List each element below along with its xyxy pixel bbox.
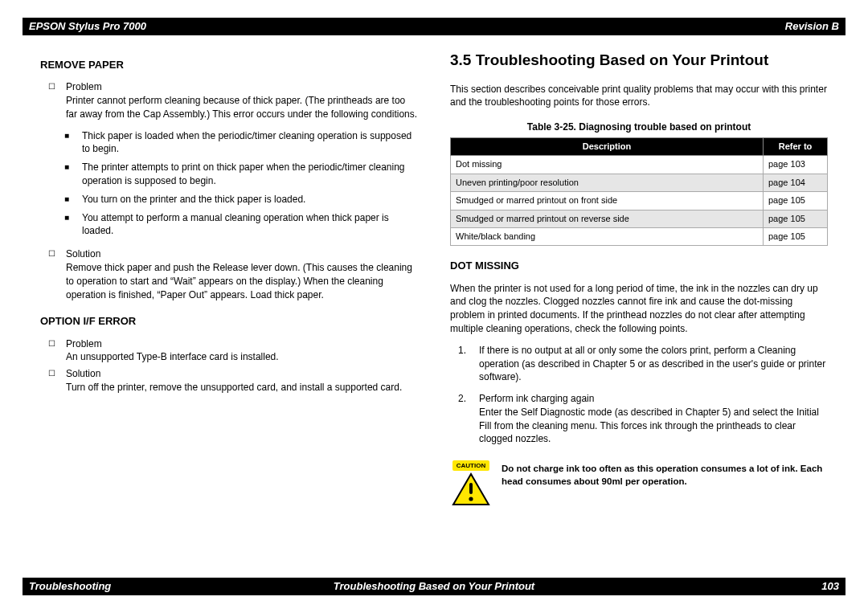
option-if-solution: ☐ Solution Turn off the printer, remove … xyxy=(48,367,418,394)
warning-triangle-icon xyxy=(452,472,490,506)
dot-missing-text: When the printer is not used for a long … xyxy=(450,282,828,336)
caution-text: Do not charge ink too often as this oper… xyxy=(502,460,828,506)
list-item: ■ You attempt to perform a manual cleani… xyxy=(64,211,418,239)
cell-ref: page 105 xyxy=(764,227,828,245)
cell-desc: Dot missing xyxy=(451,156,764,174)
cell-desc: White/black banding xyxy=(451,227,764,245)
right-column: 3.5 Troubleshooting Based on Your Printo… xyxy=(450,45,828,568)
caution-icon: CAUTION xyxy=(450,460,492,506)
table-row: Uneven printing/poor resolution page 104 xyxy=(451,174,828,191)
remove-paper-title: REMOVE PAPER xyxy=(40,58,418,72)
header-left: EPSON Stylus Pro 7000 xyxy=(29,19,146,34)
problem-label: Problem xyxy=(66,337,418,351)
cell-ref: page 105 xyxy=(764,210,828,227)
footer-left: Troubleshooting xyxy=(29,579,111,594)
diagnosing-table: Description Refer to Dot missing page 10… xyxy=(450,137,828,246)
header-bar: EPSON Stylus Pro 7000 Revision B xyxy=(23,18,845,35)
solution-label: Solution xyxy=(66,367,418,381)
square-marker-icon: ☐ xyxy=(48,367,59,394)
main-title: 3.5 Troubleshooting Based on Your Printo… xyxy=(450,50,828,72)
footer-bar: Troubleshooting Troubleshooting Based on… xyxy=(23,578,845,595)
table-row: White/black banding page 105 xyxy=(451,227,828,245)
step-body: Enter the Self Diagnostic mode (as descr… xyxy=(479,406,828,446)
square-bullet-icon: ■ xyxy=(64,211,76,239)
table-row: Dot missing page 103 xyxy=(451,156,828,174)
cell-desc: Uneven printing/poor resolution xyxy=(451,174,764,191)
content-area: REMOVE PAPER ☐ Problem Printer cannot pe… xyxy=(40,45,828,568)
solution-label: Solution xyxy=(66,247,418,261)
footer-page-number: 103 xyxy=(821,579,839,594)
left-column: REMOVE PAPER ☐ Problem Printer cannot pe… xyxy=(40,45,418,568)
square-marker-icon: ☐ xyxy=(48,337,59,365)
cell-ref: page 103 xyxy=(764,156,828,174)
step-number: 2. xyxy=(458,392,473,446)
step-item: 1. If there is no output at all or only … xyxy=(458,344,828,384)
cell-desc: Smudged or marred printout on front side xyxy=(451,192,764,210)
step-lead: Perform ink charging again xyxy=(479,392,828,406)
option-if-problem: ☐ Problem An unsupported Type-B interfac… xyxy=(48,337,418,365)
page: EPSON Stylus Pro 7000 Revision B REMOVE … xyxy=(0,0,868,613)
square-bullet-icon: ■ xyxy=(64,193,76,206)
dot-missing-title: DOT MISSING xyxy=(450,259,828,273)
step-number: 1. xyxy=(458,344,473,384)
th-description: Description xyxy=(451,137,764,155)
list-item: ■ You turn on the printer and the thick … xyxy=(64,193,418,206)
problem-label: Problem xyxy=(66,80,418,94)
footer-center: Troubleshooting Based on Your Printout xyxy=(334,579,534,594)
square-bullet-icon: ■ xyxy=(64,129,76,157)
remove-paper-problem: ☐ Problem Printer cannot perform cleanin… xyxy=(48,80,418,121)
step-body: If there is no output at all or only som… xyxy=(479,344,828,384)
problem-text: Printer cannot perform cleaning because … xyxy=(66,94,418,121)
cell-ref: page 105 xyxy=(764,192,828,210)
square-bullet-icon: ■ xyxy=(64,161,76,188)
remove-paper-solution: ☐ Solution Remove thick paper and push t… xyxy=(48,247,418,301)
solution-text: Turn off the printer, remove the unsuppo… xyxy=(66,381,418,394)
cell-ref: page 104 xyxy=(764,174,828,191)
option-if-title: OPTION I/F ERROR xyxy=(40,314,418,329)
th-refer: Refer to xyxy=(764,137,828,155)
step-item: 2. Perform ink charging again Enter the … xyxy=(458,392,828,446)
caution-block: CAUTION Do not charge ink too often as t… xyxy=(450,460,828,506)
caution-label: CAUTION xyxy=(452,460,489,471)
list-item: ■ The printer attempts to print on thick… xyxy=(64,161,418,188)
table-caption: Table 3-25. Diagnosing trouble based on … xyxy=(450,121,828,134)
table-row: Smudged or marred printout on reverse si… xyxy=(451,210,828,227)
table-row: Smudged or marred printout on front side… xyxy=(451,192,828,210)
svg-rect-1 xyxy=(469,483,473,494)
solution-text: Remove thick paper and push the Release … xyxy=(66,261,418,301)
square-marker-icon: ☐ xyxy=(48,247,59,301)
svg-point-2 xyxy=(469,497,473,501)
header-right: Revision B xyxy=(785,19,839,34)
list-item: ■ Thick paper is loaded when the periodi… xyxy=(64,129,418,157)
square-marker-icon: ☐ xyxy=(48,80,59,121)
intro-text: This section describes conceivable print… xyxy=(450,83,828,110)
problem-text: An unsupported Type-B interface card is … xyxy=(66,350,418,364)
cell-desc: Smudged or marred printout on reverse si… xyxy=(451,210,764,227)
